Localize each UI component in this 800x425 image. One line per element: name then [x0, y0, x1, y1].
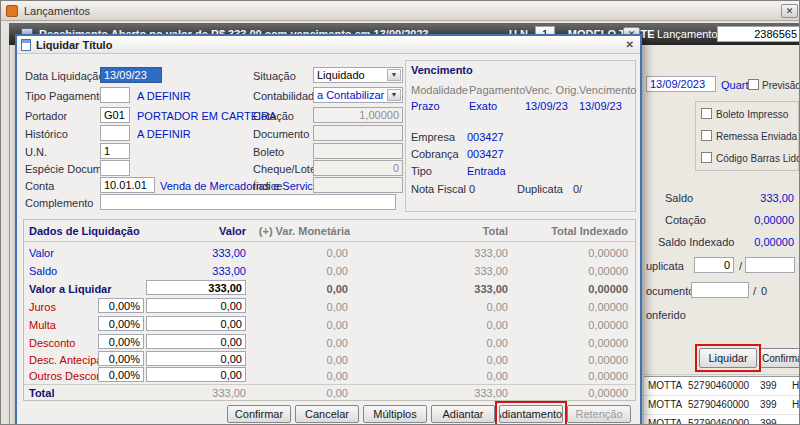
grid-flag: H [792, 399, 799, 410]
duplicata-field[interactable]: 0 [694, 257, 734, 273]
confirmar-button[interactable]: Confirmar [227, 405, 291, 423]
indice-label: Índice [253, 180, 282, 193]
grid-name: MOTTA [648, 418, 682, 425]
liq-header-indexado: Total Indexado [517, 225, 628, 238]
chevron-down-icon[interactable]: ▼ [387, 89, 401, 101]
conta-desc: Venda de Mercadorias e Servic [160, 180, 313, 193]
venc-header-venc-orig: Venc. Orig. [525, 84, 579, 97]
chevron-down-icon[interactable]: ▼ [387, 69, 401, 81]
desc-antecipacao-valor-input[interactable]: 0,00 [146, 351, 246, 366]
boleto-label: Boleto [253, 146, 284, 159]
liq-total-label: Total [29, 387, 54, 400]
table-row[interactable]: MOTTA 52790460000 399 H [644, 396, 800, 415]
grid-name: MOTTA [648, 380, 682, 391]
adiantar-button[interactable]: Adiantar [431, 405, 495, 423]
multa-valor-input[interactable]: 0,00 [146, 316, 246, 331]
venc-header-pagamento: Pagamento [469, 84, 525, 97]
boleto-impresso-checkbox[interactable] [701, 108, 712, 119]
liq-row-total: 0,00 [397, 337, 508, 349]
remessa-enviada-checkbox[interactable] [701, 130, 712, 141]
multa-pct-input[interactable]: 0,00% [98, 316, 144, 331]
duplicata-seq-field[interactable] [745, 257, 795, 273]
documento-field[interactable] [691, 282, 749, 298]
liq-row-indexado: 0,00000 [517, 354, 628, 366]
liq-row-valor: 333,00 [157, 265, 246, 278]
contabilidade-value: a Contabilizar [317, 89, 384, 101]
situacao-select[interactable]: Liquidado ▼ [313, 67, 403, 83]
liq-header-valor: Valor [157, 225, 246, 238]
conta-field[interactable]: 10.01.01 [100, 177, 155, 193]
liq-row-var: 0,00 [257, 337, 348, 349]
historico-field[interactable] [100, 125, 130, 141]
table-row[interactable]: MOTTA 52790460000 399 [644, 415, 800, 425]
grid-num: 399 [760, 418, 777, 425]
liq-header-var: (+) Var. Monetária [257, 225, 352, 238]
contabilidade-label: Contabilidade [253, 90, 320, 103]
lancamento-number-field[interactable]: 2386565 [717, 26, 800, 42]
lancamento-label: Lançamento [657, 28, 718, 40]
contabilidade-select[interactable]: a Contabilizar ▼ [313, 87, 403, 103]
saldo-value: 333,00 [707, 192, 794, 205]
panel-confirmar-button[interactable]: Confirmar [760, 348, 800, 368]
dialog-close-icon[interactable]: ✕ [626, 39, 634, 50]
panel-divider [644, 374, 800, 375]
tipo-pagamento-field[interactable] [100, 87, 130, 103]
desconto-valor-input[interactable]: 0,00 [146, 334, 246, 349]
retencao-button[interactable]: Retenção [567, 405, 631, 423]
codigo-barras-checkbox[interactable] [701, 152, 712, 163]
vencimento-title: Vencimento [411, 64, 473, 77]
documento-slash: / [753, 285, 756, 298]
portador-label: Portador [25, 110, 67, 123]
tipo-pagamento-desc: A DEFINIR [137, 90, 191, 103]
liq-row-var: 0,00 [257, 301, 348, 313]
multiplos-button[interactable]: Múltiplos [363, 405, 427, 423]
historico-desc: A DEFINIR [137, 128, 191, 141]
complemento-label: Complemento [25, 197, 93, 210]
liq-row-indexado: 0,00000 [517, 301, 628, 313]
desconto-pct-input[interactable]: 0,00% [98, 334, 144, 349]
portador-field[interactable]: G01 [100, 107, 130, 123]
juros-valor-input[interactable]: 0,00 [146, 298, 246, 313]
venc-header-vencimento: Vencimento [579, 84, 636, 97]
venc-pagamento-value: Exato [469, 100, 497, 113]
outros-descontos-valor-input[interactable]: 0,00 [146, 367, 246, 382]
venc-vencimento-value: 13/09/23 [579, 100, 622, 113]
close-icon[interactable]: ✕ [781, 4, 798, 18]
juros-pct-input[interactable]: 0,00% [98, 298, 144, 313]
grid-name: MOTTA [648, 399, 682, 410]
date-field[interactable]: 13/09/2023 [646, 76, 716, 92]
un-field[interactable]: 1 [100, 143, 130, 159]
liquidar-button[interactable]: Liquidar [699, 348, 757, 368]
duplicata-label: uplicata [646, 260, 684, 273]
historico-label: Histórico [25, 128, 68, 141]
documento-field [313, 125, 403, 141]
liq-row-indexado: 0,00000 [517, 265, 628, 277]
table-row[interactable]: MOTTA 52790460000 399 H [644, 377, 800, 396]
grid-doc: 52790460000 [688, 418, 749, 425]
especie-documento-field[interactable] [100, 160, 130, 176]
cotacao-field: 1,00000 [313, 107, 403, 123]
liq-total-indexado: 0,00000 [517, 387, 628, 399]
desc-antecipacao-pct-input[interactable]: 0,00% [98, 351, 144, 366]
codigo-barras-label: Código Barras Lido [716, 152, 800, 165]
grid-num: 399 [760, 380, 777, 391]
data-liquidacao-field[interactable]: 13/09/23 [100, 67, 162, 83]
app-icon [6, 5, 18, 17]
liq-row-indexado: 0,00000 [517, 337, 628, 349]
liq-row-total: 333,00 [397, 283, 508, 295]
outros-descontos-pct-input[interactable]: 0,00% [98, 367, 144, 382]
liq-row-total: 0,00 [397, 370, 508, 382]
documento-label: Documento [253, 128, 309, 141]
previsao-checkbox[interactable] [748, 79, 759, 90]
valor-a-liquidar-input[interactable]: 333,00 [146, 280, 246, 295]
records-grid: MOTTA 52790460000 399 H MOTTA 5279046000… [644, 376, 800, 425]
empresa-label: Empresa [411, 131, 455, 144]
adiantamentos-button[interactable]: Adiantamentos [499, 405, 563, 423]
complemento-field[interactable] [100, 194, 396, 210]
situacao-label: Situação [253, 70, 296, 83]
un-label: U.N. [25, 146, 47, 159]
cancelar-button[interactable]: Cancelar [295, 405, 359, 423]
tipo-label: Tipo [411, 165, 432, 178]
cobranca-label: Cobrança [411, 148, 459, 161]
dialog-titlebar[interactable]: Liquidar Título [17, 36, 640, 54]
